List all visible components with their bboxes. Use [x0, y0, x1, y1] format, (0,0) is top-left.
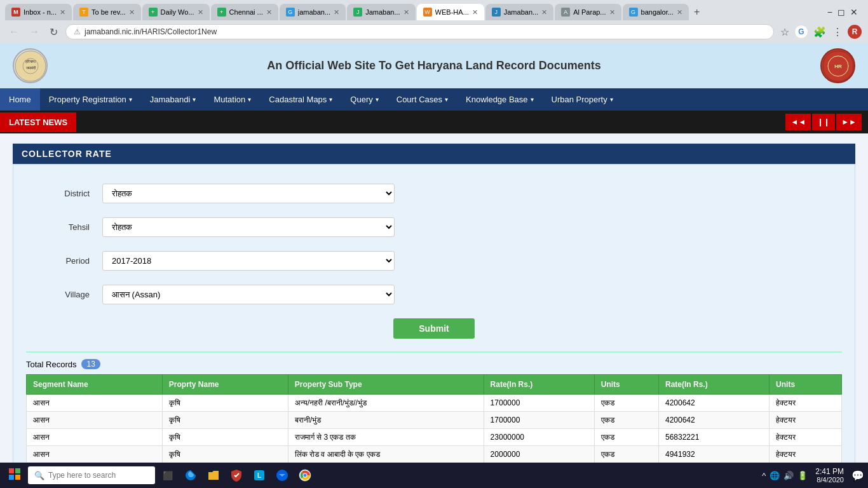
- taskbar-time-display: 2:41 PM 8/4/2020: [815, 467, 844, 484]
- reload-button[interactable]: ↻: [47, 25, 60, 39]
- system-icons: ^ 🌐 🔊 🔋: [762, 471, 808, 480]
- nav-urban-arrow: ▾: [610, 96, 613, 103]
- th-property: Proprty Name: [162, 375, 288, 395]
- form-panel: District रोहतक Tehsil रोहतक Period 2017-…: [13, 164, 855, 488]
- folder-icon: [207, 469, 220, 482]
- cell-unit2: हेक्टयर: [770, 429, 842, 446]
- taskbar-mcafee[interactable]: [226, 465, 247, 485]
- tab-3[interactable]: + Daily Wo... ✕: [142, 4, 210, 20]
- start-button[interactable]: [4, 466, 25, 485]
- submit-button[interactable]: Submit: [393, 318, 474, 339]
- taskbar-search[interactable]: 🔍: [28, 466, 155, 484]
- period-select[interactable]: 2017-2018: [102, 251, 395, 271]
- search-input[interactable]: [48, 471, 144, 480]
- tab-close-10[interactable]: ✕: [677, 8, 682, 17]
- news-prev-button[interactable]: ◄◄: [785, 114, 811, 130]
- village-row: Village आसन (Assan): [26, 285, 842, 304]
- close-button[interactable]: ✕: [850, 7, 858, 17]
- tab-label-8: Jamaban...: [504, 8, 538, 16]
- bookmark-icon[interactable]: ☆: [779, 25, 790, 39]
- window-controls: − ◻ ✕: [827, 7, 863, 17]
- tab-close-2[interactable]: ✕: [129, 8, 135, 17]
- tab-close-7[interactable]: ✕: [472, 8, 478, 17]
- tab-6[interactable]: J Jamaban... ✕: [347, 4, 415, 20]
- table-row: आसन कृषि लिंक रोड व आबादी के एक एकड 2000…: [27, 446, 842, 463]
- tab-2[interactable]: T To be rev... ✕: [73, 4, 141, 20]
- menu-icon[interactable]: ⋮: [831, 25, 844, 39]
- section-header: COLLECTOR RATE: [13, 144, 855, 164]
- tehsil-select[interactable]: रोहतक: [102, 217, 395, 237]
- district-label: District: [26, 189, 102, 198]
- taskbar-chrome[interactable]: [295, 465, 315, 485]
- windows-icon: [9, 468, 20, 480]
- tab-5[interactable]: G jamaban... ✕: [280, 4, 346, 20]
- user-avatar[interactable]: R: [848, 25, 862, 39]
- tab-7[interactable]: W WEB-HA... ✕: [417, 4, 484, 20]
- notification-button[interactable]: 💬: [851, 470, 864, 482]
- speaker-icon: 🔊: [783, 471, 794, 480]
- google-account-icon[interactable]: G: [794, 25, 808, 39]
- news-label: LATEST NEWS: [0, 112, 76, 132]
- nav-mutation[interactable]: Mutation ▾: [205, 88, 260, 111]
- taskbar-file-manager[interactable]: [203, 465, 224, 485]
- th-segment: Segment Name: [27, 375, 163, 395]
- tab-10[interactable]: G bangalor... ✕: [623, 4, 689, 20]
- tab-4[interactable]: + Chennai ... ✕: [211, 4, 278, 20]
- taskbar-task-view[interactable]: ⬛: [158, 465, 178, 485]
- extensions-icon[interactable]: 🧩: [812, 25, 827, 39]
- minimize-button[interactable]: −: [827, 7, 832, 17]
- tab-close-6[interactable]: ✕: [403, 8, 409, 17]
- village-select[interactable]: आसन (Assan): [102, 285, 395, 304]
- nav-property-reg[interactable]: Property Registration ▾: [40, 88, 141, 111]
- news-next-button[interactable]: ►►: [836, 114, 862, 130]
- forward-button[interactable]: →: [27, 25, 42, 39]
- tab-close-4[interactable]: ✕: [266, 8, 272, 17]
- tab-close-1[interactable]: ✕: [60, 8, 65, 17]
- tab-favicon-2: T: [79, 8, 88, 17]
- nav-jamabandi[interactable]: Jamabandi ▾: [141, 88, 205, 111]
- taskbar-logitech[interactable]: L: [249, 465, 269, 485]
- tab-8[interactable]: J Jamaban... ✕: [485, 4, 553, 20]
- svg-point-16: [304, 474, 307, 477]
- cell-rate1: 2000000: [484, 446, 594, 463]
- taskbar-thunderbird[interactable]: [272, 465, 292, 485]
- new-tab-button[interactable]: +: [690, 6, 703, 18]
- nav-query[interactable]: Query ▾: [341, 88, 387, 111]
- maximize-button[interactable]: ◻: [837, 7, 845, 17]
- nav-urban-property[interactable]: Urban Property ▾: [543, 88, 622, 111]
- nav-home[interactable]: Home: [0, 88, 40, 111]
- table-row: आसन कृषि अन्य/नहरी /बरानी/भुंड//भुंड 170…: [27, 395, 842, 412]
- chevron-up-icon[interactable]: ^: [762, 471, 766, 480]
- toolbar-icons: ☆ G 🧩 ⋮ R: [779, 25, 862, 39]
- cell-sub-type: बरानी/भुंड: [288, 412, 484, 429]
- tab-favicon-3: +: [149, 8, 158, 17]
- nav-cadastral[interactable]: Cadastral Maps ▾: [260, 88, 341, 111]
- tab-close-3[interactable]: ✕: [198, 8, 203, 17]
- district-select[interactable]: रोहतक: [102, 184, 395, 203]
- clock-date: 8/4/2020: [815, 476, 844, 484]
- address-bar[interactable]: ⚠ jamabandi.nic.in/HARIS/Collector1New: [65, 24, 774, 39]
- news-pause-button[interactable]: ❙❙: [812, 114, 835, 130]
- tab-1[interactable]: M Inbox - n... ✕: [5, 4, 72, 20]
- tab-favicon-6: J: [353, 8, 362, 17]
- cell-rate1: 23000000: [484, 429, 594, 446]
- table-header-row: Segment Name Proprty Name Property Sub T…: [27, 375, 842, 395]
- period-label: Period: [26, 256, 102, 266]
- main-content: COLLECTOR RATE District रोहतक Tehsil रोह…: [0, 133, 868, 488]
- nav-court-cases-arrow: ▾: [445, 96, 448, 103]
- tehsil-label: Tehsil: [26, 222, 102, 232]
- tab-close-5[interactable]: ✕: [334, 8, 339, 17]
- cell-rate1: 1700000: [484, 395, 594, 412]
- section-title: COLLECTOR RATE: [22, 149, 112, 159]
- nav-cadastral-label: Cadastral Maps: [269, 95, 327, 104]
- cell-property: कृषि: [162, 395, 288, 412]
- nav-court-cases[interactable]: Court Cases ▾: [388, 88, 457, 111]
- nav-knowledge-base[interactable]: Knowledge Base ▾: [457, 88, 543, 111]
- page-content: हरियाणा जमाबंदी An Official Web Site To …: [0, 43, 868, 488]
- tab-close-9[interactable]: ✕: [609, 8, 615, 17]
- tab-9[interactable]: A Al Parap... ✕: [555, 4, 621, 20]
- taskbar-edge[interactable]: [180, 465, 201, 485]
- back-button[interactable]: ←: [6, 25, 22, 39]
- tab-close-8[interactable]: ✕: [541, 8, 547, 17]
- table-header: Segment Name Proprty Name Property Sub T…: [27, 375, 842, 395]
